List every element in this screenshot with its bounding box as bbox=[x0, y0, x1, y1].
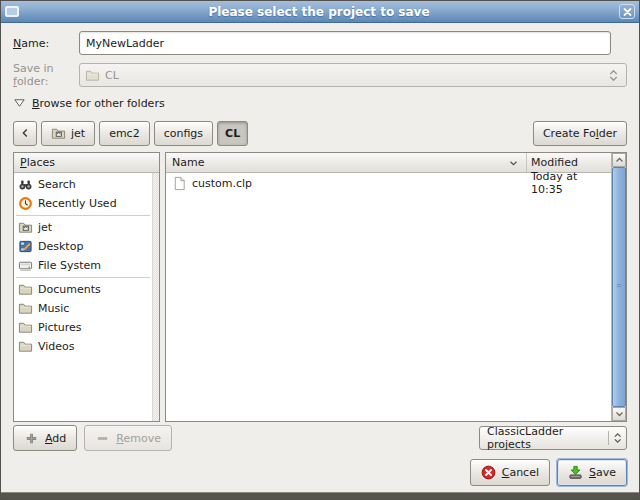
home-folder-icon bbox=[18, 220, 33, 235]
save-button[interactable]: Save bbox=[557, 459, 627, 486]
path-crumb-configs[interactable]: configs bbox=[154, 121, 213, 146]
file-row[interactable]: custom.clp Today at 10:35 bbox=[166, 173, 611, 193]
action-row: Cancel Save bbox=[13, 459, 627, 486]
folder-icon bbox=[85, 68, 100, 83]
drive-icon bbox=[18, 258, 33, 273]
path-crumb-cl-active[interactable]: CL bbox=[217, 121, 248, 146]
folder-icon bbox=[18, 282, 33, 297]
places-header[interactable]: Places bbox=[14, 153, 159, 173]
filename-input[interactable] bbox=[79, 31, 611, 55]
combo-spinner-icon bbox=[606, 68, 621, 83]
cancel-button[interactable]: Cancel bbox=[470, 459, 550, 486]
chevron-up-icon bbox=[615, 157, 624, 163]
scroll-down-button[interactable] bbox=[612, 407, 626, 421]
browse-folders-expander[interactable]: Browse for other folders bbox=[13, 95, 627, 111]
folder-icon bbox=[18, 301, 33, 316]
places-separator bbox=[16, 277, 150, 278]
minus-icon bbox=[95, 431, 110, 446]
place-item-music[interactable]: Music bbox=[14, 299, 152, 318]
place-item-search[interactable]: Search bbox=[14, 175, 152, 194]
combo-spinner-icon bbox=[613, 431, 622, 445]
desktop-icon bbox=[18, 239, 33, 254]
places-separator bbox=[16, 215, 150, 216]
path-crumb-emc2[interactable]: emc2 bbox=[99, 121, 150, 146]
add-button[interactable]: Add bbox=[13, 425, 77, 451]
orange-clock-icon bbox=[18, 196, 33, 211]
plus-icon bbox=[24, 431, 39, 446]
place-item-recently-used[interactable]: Recently Used bbox=[14, 194, 152, 213]
dialog-content: Name: Save in folder: CL Browse for othe… bbox=[1, 23, 639, 492]
save-in-folder-value: CL bbox=[105, 69, 119, 82]
footer-row: Add Remove ClassicLadder projects bbox=[13, 425, 627, 451]
folder-icon bbox=[18, 320, 33, 335]
window-bottom-border bbox=[1, 492, 639, 499]
save-in-folder-combo: CL bbox=[79, 63, 627, 87]
places-pane: Places Search Recently Used bbox=[13, 152, 160, 422]
home-folder-icon bbox=[51, 126, 66, 141]
window-icon bbox=[5, 6, 19, 17]
save-in-folder-label: Save in folder: bbox=[13, 62, 79, 88]
close-button[interactable] bbox=[619, 4, 635, 19]
file-modified: Today at 10:35 bbox=[527, 170, 611, 196]
files-scrollbar[interactable] bbox=[611, 153, 626, 421]
save-project-dialog: Please select the project to save Name: … bbox=[0, 0, 640, 500]
places-list: Search Recently Used jet bbox=[14, 173, 152, 421]
file-browser-panes: Places Search Recently Used bbox=[13, 152, 627, 422]
place-item-jet[interactable]: jet bbox=[14, 218, 152, 237]
document-icon bbox=[172, 176, 187, 191]
path-crumb-jet[interactable]: jet bbox=[41, 121, 95, 146]
remove-button: Remove bbox=[84, 425, 172, 451]
path-bar: jet emc2 configs CL Create Folder bbox=[13, 120, 627, 146]
scroll-up-button[interactable] bbox=[612, 153, 626, 167]
file-name: custom.clp bbox=[192, 177, 252, 190]
place-item-file-system[interactable]: File System bbox=[14, 256, 152, 275]
green-save-icon bbox=[568, 465, 583, 480]
binoculars-icon bbox=[18, 177, 33, 192]
filter-value: ClassicLadder projects bbox=[487, 425, 604, 451]
places-scrollbar-trough bbox=[152, 173, 159, 421]
folder-icon bbox=[18, 339, 33, 354]
name-label: Name: bbox=[13, 37, 79, 50]
close-icon bbox=[621, 6, 634, 18]
chevron-down-icon bbox=[615, 411, 624, 417]
place-item-videos[interactable]: Videos bbox=[14, 337, 152, 356]
file-list: custom.clp Today at 10:35 bbox=[166, 173, 611, 421]
sort-chevron-down-icon bbox=[507, 157, 520, 169]
column-header-name[interactable]: Name bbox=[166, 153, 527, 173]
titlebar[interactable]: Please select the project to save bbox=[1, 1, 639, 23]
create-folder-button[interactable]: Create Folder bbox=[533, 121, 627, 146]
red-circle-x-icon bbox=[481, 465, 496, 480]
path-back-button[interactable] bbox=[13, 121, 37, 146]
place-item-desktop[interactable]: Desktop bbox=[14, 237, 152, 256]
expander-triangle-icon bbox=[13, 97, 26, 109]
scrollbar-thumb[interactable] bbox=[612, 167, 626, 407]
chevron-left-icon bbox=[19, 127, 32, 139]
file-type-filter-combo[interactable]: ClassicLadder projects bbox=[479, 426, 627, 450]
window-title: Please select the project to save bbox=[23, 5, 615, 19]
place-item-documents[interactable]: Documents bbox=[14, 280, 152, 299]
files-pane: Name Modified custom.clp bbox=[165, 152, 627, 422]
place-item-pictures[interactable]: Pictures bbox=[14, 318, 152, 337]
browse-folders-label: Browse for other folders bbox=[32, 97, 165, 110]
